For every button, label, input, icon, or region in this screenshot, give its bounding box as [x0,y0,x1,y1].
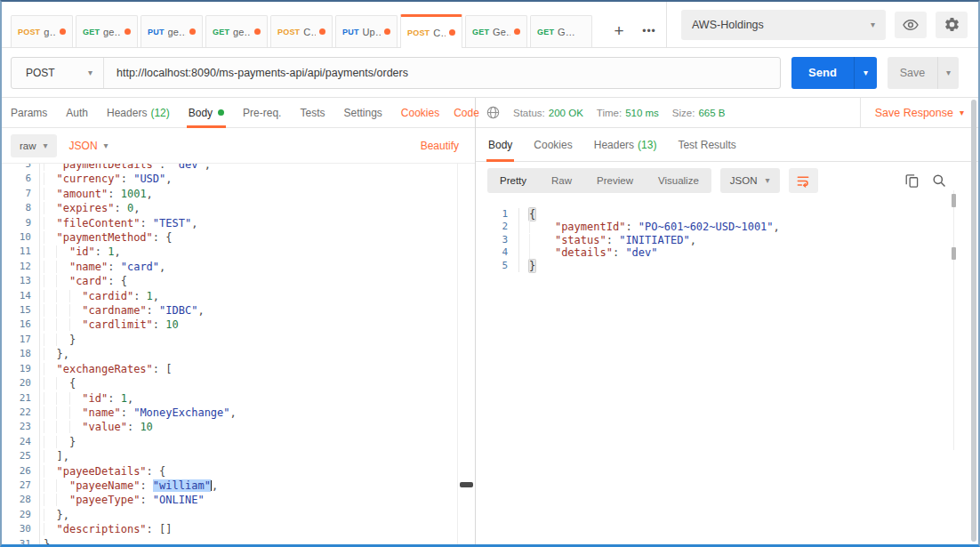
tab-response-body[interactable]: Body [488,128,512,161]
send-button[interactable]: Send [791,57,854,89]
editor-scrollbar-thumb[interactable] [460,482,473,487]
tab-method-label: PUT [148,28,165,36]
save-response-button[interactable]: Save Response▾ [860,98,978,127]
code-line: 16 "cardlimit": 10 [2,318,475,332]
line-number: 31 [2,537,39,547]
tab-method-label: POST [277,28,300,36]
line-number: 19 [2,362,39,376]
response-headers-count: (13) [638,139,656,151]
view-preview[interactable]: Preview [584,175,646,186]
line-number: 21 [2,391,39,406]
request-tab[interactable]: GET Ge… [465,15,527,47]
environment-selector[interactable]: AWS-Holdings ▾ [681,10,886,40]
code-line: 22 "name": "MoneyExchange", [2,406,475,420]
request-tab[interactable]: POST g… [11,15,73,47]
more-tabs-button[interactable]: ••• [632,15,666,47]
url-control: POST ▾ [11,57,781,89]
tab-pre-request[interactable]: Pre-req. [243,98,281,127]
tab-title: Up… [363,27,381,37]
view-pretty[interactable]: Pretty [487,175,539,186]
beautify-link[interactable]: Beautify [421,140,459,152]
view-raw[interactable]: Raw [539,175,584,186]
cookies-link[interactable]: Cookies [401,107,439,119]
search-button[interactable] [932,173,946,188]
line-number: 15 [2,303,39,318]
new-tab-button[interactable]: + [606,15,632,47]
code-line: 18 }, [2,347,475,361]
send-split-button: Send ▾ [791,57,877,89]
tab-test-results[interactable]: Test Results [678,128,735,161]
line-number: 10 [2,230,39,245]
open-tabs: POST g… GET ge… PUT ge… GET ge… POST C… … [2,2,606,47]
view-visualize[interactable]: Visualize [646,175,711,186]
tab-auth[interactable]: Auth [66,98,88,127]
save-options-button[interactable]: ▾ [937,57,959,89]
code-line: 26 "payeeDetails": { [2,464,475,479]
response-scrollbar-thumb[interactable] [952,194,956,207]
request-tab[interactable]: PUT Up… [335,15,398,47]
line-number: 29 [2,508,39,522]
code-line: 20 { [2,376,475,390]
response-toolbar: Pretty Raw Preview Visualize JSON▾ [476,162,978,199]
method-selector[interactable]: POST ▾ [12,58,104,88]
unsaved-dot-icon [384,28,390,35]
url-input[interactable] [104,67,780,79]
response-scrollbar-marker[interactable] [952,247,956,260]
environment-quick-look-button[interactable] [895,12,927,38]
code-line: 28 "payeeType": "ONLINE" [2,493,475,507]
tab-settings[interactable]: Settings [343,98,382,127]
tab-body[interactable]: Body [189,98,224,127]
code-line: 17 } [2,333,475,347]
code-line: 14 "cardid": 1, [2,289,475,303]
request-tab[interactable]: GET ge… [76,15,138,47]
line-number: 14 [2,289,39,303]
code-line: 19 "exchangeRates": [ [2,362,475,376]
line-number: 13 [2,274,39,288]
globe-icon [486,106,500,119]
tab-params[interactable]: Params [11,98,47,127]
line-number: 20 [2,376,39,390]
response-format-selector[interactable]: JSON▾ [720,168,780,193]
code-line: 5} [476,260,978,272]
tab-tests[interactable]: Tests [300,98,325,127]
line-number: 5 [2,164,39,172]
tab-title: C… [433,28,446,38]
environment-name: AWS-Holdings [692,19,764,31]
gear-icon [944,16,960,33]
request-tab[interactable]: GET ge… [205,15,268,47]
window-scrollbar[interactable] [971,100,976,542]
request-tabs-row: Params Auth Headers(12) Body Pre-req. Te… [2,98,475,128]
line-number: 6 [2,172,39,186]
tab-response-headers[interactable]: Headers(13) [594,128,657,161]
save-button[interactable]: Save [888,57,937,89]
tab-title: ge… [168,27,186,37]
unsaved-dot-icon [514,28,520,35]
request-tab[interactable]: PUT ge… [141,15,203,47]
code-line: 8 "expires": 0, [2,201,475,215]
copy-button[interactable] [905,173,919,188]
request-url-row: POST ▾ Send ▾ Save ▾ [2,48,978,98]
code-line: 12 "name": "card", [2,260,475,274]
line-number: 3 [476,234,518,246]
wrap-text-button[interactable] [789,168,818,193]
unsaved-dot-icon [189,28,196,35]
body-format-selector[interactable]: JSON▾ [69,140,108,152]
request-tab[interactable]: POST C… [400,14,462,48]
line-number: 26 [2,464,39,479]
tab-title: ge… [233,27,251,37]
tab-response-cookies[interactable]: Cookies [534,128,572,161]
request-body-editor[interactable]: 5 "paymentDetails": "dev",6 "currency": … [2,164,475,547]
tab-headers[interactable]: Headers(12) [107,98,170,127]
request-tab[interactable]: POST C… [270,15,333,47]
response-body-viewer[interactable]: 1{2 "paymentId": "PO~601~602~USD~1001",3… [476,199,978,547]
send-options-button[interactable]: ▾ [854,57,877,89]
body-mode-selector[interactable]: raw▾ [11,134,57,157]
code-line: 30 "descriptions": [] [2,522,475,536]
line-number: 18 [2,347,39,361]
line-number: 5 [476,260,518,272]
chevron-down-icon: ▾ [871,20,875,29]
settings-button[interactable] [936,12,968,38]
request-tab[interactable]: GET G… [530,15,592,47]
line-number: 8 [2,201,39,215]
status-code: Status:200 OK [513,108,583,118]
